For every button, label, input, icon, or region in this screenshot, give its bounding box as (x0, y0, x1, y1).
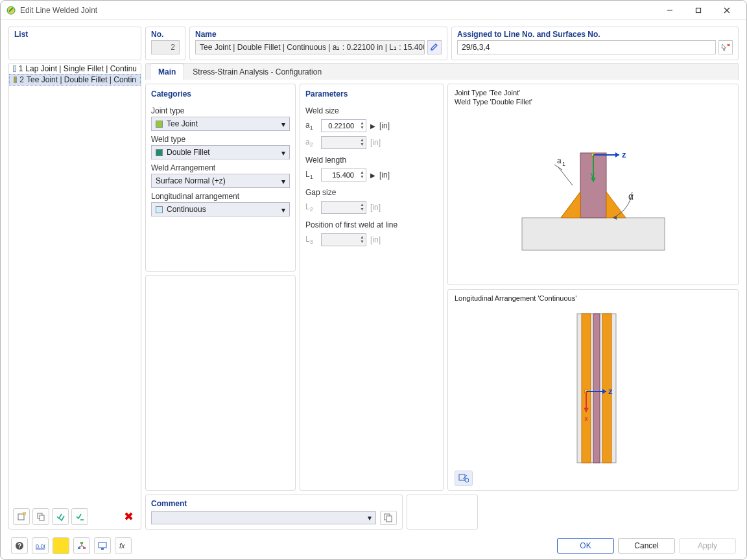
unit-in: [in] (370, 235, 381, 244)
play-icon[interactable]: ▶ (370, 122, 375, 130)
L1-input[interactable]: 15.400▲▼ (321, 169, 366, 181)
preview-joint-type: Joint Type 'Tee Joint' Weld Type 'Double… (447, 84, 739, 285)
long-arrangement-swatch (156, 206, 163, 213)
weld-arrangement-select[interactable]: Surface Normal (+z) ▾ (151, 174, 290, 188)
categories-extra-panel (145, 275, 296, 491)
maximize-button[interactable] (684, 1, 713, 19)
no-label: No. (146, 27, 185, 40)
apply-button[interactable]: Apply (679, 538, 736, 554)
help-button[interactable]: ? (11, 537, 28, 554)
name-label: Name (190, 27, 447, 40)
joint-list[interactable]: 1 Lap Joint | Single Fillet | Continu 2 … (9, 64, 141, 504)
categories-panel: Categories Joint type Tee Joint ▾ Weld t… (145, 84, 296, 272)
comment-library-button[interactable] (380, 511, 397, 525)
tab-stress-strain[interactable]: Stress-Strain Analysis - Configuration (184, 64, 330, 80)
minimize-button[interactable] (656, 1, 684, 19)
tab-main[interactable]: Main (150, 64, 184, 80)
unit-in: [in] (370, 203, 381, 212)
svg-text:z: z (622, 150, 626, 159)
svg-point-42 (465, 478, 469, 482)
cancel-button[interactable]: Cancel (618, 538, 675, 554)
dialog-footer: ? 0,00 fx OK Cancel Apply (8, 533, 739, 554)
parameters-panel: Parameters Weld size a1 0.22100▲▼ ▶ [in]… (300, 84, 444, 491)
list-header-label: List (9, 27, 141, 40)
ok-button[interactable]: OK (557, 538, 614, 554)
delete-item-button[interactable]: ✖ (120, 508, 137, 525)
a1-input[interactable]: 0.22100▲▼ (321, 119, 366, 132)
gap-size-label: Gap size (305, 188, 438, 197)
list-item-text: Tee Joint | Double Fillet | Contin (27, 75, 136, 84)
svg-marker-23 (615, 152, 619, 158)
pick-object-button[interactable] (718, 40, 733, 54)
svg-text:α: α (628, 191, 634, 202)
chevron-down-icon: ▾ (368, 513, 372, 522)
list-item[interactable]: 1 Lap Joint | Single Fillet | Continu (9, 64, 141, 74)
color-button[interactable] (53, 537, 69, 554)
list-item-num: 2 (19, 75, 24, 84)
list-header-panel: List (8, 27, 141, 60)
svg-rect-44 (386, 516, 392, 522)
assigned-field[interactable]: 29/6,3,4 (457, 40, 716, 54)
weld-size-label: Weld size (305, 106, 438, 115)
spinner-arrows-icon: ▲▼ (360, 170, 364, 179)
svg-rect-7 (18, 514, 24, 520)
weld-type-swatch (156, 149, 163, 156)
edit-name-button[interactable] (427, 40, 442, 54)
weld-type-label: Weld type (151, 135, 290, 144)
title-bar: Edit Line Welded Joint (1, 1, 746, 20)
comment-extra-panel (407, 495, 478, 530)
joint-type-select[interactable]: Tee Joint ▾ (151, 117, 290, 131)
units-button[interactable]: 0,00 (32, 537, 49, 554)
no-field[interactable]: 2 (151, 40, 180, 54)
assigned-panel: Assigned to Line No. and Surfaces No. 29… (451, 27, 739, 60)
svg-text:z: z (608, 386, 613, 396)
svg-text:fx: fx (119, 542, 125, 550)
display-button[interactable] (94, 537, 111, 554)
weld-arrangement-label: Weld Arrangement (151, 163, 290, 172)
svg-text:?: ? (18, 542, 21, 550)
tabs: Main Stress-Strain Analysis - Configurat… (145, 63, 739, 80)
assigned-label: Assigned to Line No. and Surfaces No. (452, 27, 738, 40)
L2-label: L2 (305, 202, 317, 213)
a2-input: ▲▼ (321, 136, 366, 149)
copy-item-button[interactable] (32, 508, 49, 525)
svg-rect-31 (582, 314, 591, 463)
unit-in: [in] (370, 138, 381, 147)
svg-line-18 (554, 165, 562, 170)
weld-type-select[interactable]: Double Fillet ▾ (151, 145, 290, 159)
preview2-line1: Longitudinal Arrangement 'Continuous' (455, 294, 576, 302)
continuous-diagram: z x (522, 307, 665, 469)
check-all-button[interactable] (52, 508, 69, 525)
play-icon[interactable]: ▶ (370, 172, 375, 179)
L3-input: ▲▼ (321, 233, 366, 246)
spinner-arrows-icon: ▲▼ (360, 121, 364, 130)
dialog-window: Edit Line Welded Joint List No. 2 Name T… (0, 0, 747, 560)
a1-label: a1 (305, 121, 317, 131)
long-arrangement-label: Longitudinal arrangement (151, 192, 290, 201)
name-field[interactable]: Tee Joint | Double Fillet | Continuous |… (195, 40, 425, 54)
L3-label: L3 (305, 235, 317, 245)
tree-button[interactable] (73, 537, 90, 554)
svg-rect-51 (83, 547, 86, 549)
svg-marker-15 (606, 192, 626, 218)
script-button[interactable]: fx (115, 537, 132, 554)
chevron-down-icon: ▾ (281, 205, 285, 215)
svg-text:a: a (557, 156, 562, 165)
list-footer: ✖ (9, 504, 141, 529)
weld-length-label: Weld length (305, 156, 438, 165)
preview-settings-button[interactable] (455, 471, 473, 486)
svg-rect-52 (99, 542, 106, 548)
uncheck-button[interactable] (71, 508, 88, 525)
joint-type-value: Tee Joint (167, 119, 198, 128)
window-title: Edit Line Welded Joint (20, 6, 97, 15)
close-button[interactable] (713, 1, 741, 19)
unit-in: [in] (379, 170, 390, 180)
weld-arrangement-value: Surface Normal (+z) (156, 176, 226, 185)
long-arrangement-select[interactable]: Continuous ▾ (151, 202, 290, 216)
list-item[interactable]: 2 Tee Joint | Double Fillet | Contin (9, 74, 141, 86)
svg-rect-41 (459, 474, 465, 480)
svg-rect-49 (80, 542, 83, 544)
unit-in: [in] (379, 121, 390, 130)
new-item-button[interactable] (13, 508, 30, 525)
comment-input[interactable]: ▾ (151, 511, 376, 524)
